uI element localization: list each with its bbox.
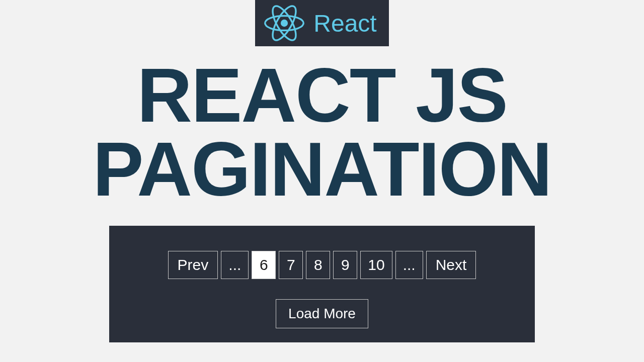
load-more-button[interactable]: Load More bbox=[276, 299, 368, 328]
page-7-button[interactable]: 7 bbox=[279, 251, 303, 279]
react-icon bbox=[264, 5, 304, 41]
react-logo-text: React bbox=[313, 10, 376, 37]
react-logo-box: React bbox=[255, 0, 388, 46]
svg-point-0 bbox=[281, 20, 288, 27]
pagination-ellipsis-right: ... bbox=[395, 251, 423, 279]
page-10-button[interactable]: 10 bbox=[360, 251, 392, 279]
title-line-1: REACT JS bbox=[137, 52, 507, 138]
page-title: REACT JS PAGINATION bbox=[93, 58, 551, 207]
page-9-button[interactable]: 9 bbox=[333, 251, 357, 279]
page-8-button[interactable]: 8 bbox=[306, 251, 330, 279]
pagination: Prev ... 6 7 8 9 10 ... Next bbox=[168, 251, 476, 279]
title-line-2: PAGINATION bbox=[93, 126, 551, 212]
pagination-panel: Prev ... 6 7 8 9 10 ... Next Load More bbox=[109, 226, 535, 342]
pagination-ellipsis-left: ... bbox=[221, 251, 249, 279]
next-button[interactable]: Next bbox=[426, 251, 476, 279]
prev-button[interactable]: Prev bbox=[168, 251, 218, 279]
page-6-button[interactable]: 6 bbox=[252, 251, 276, 279]
